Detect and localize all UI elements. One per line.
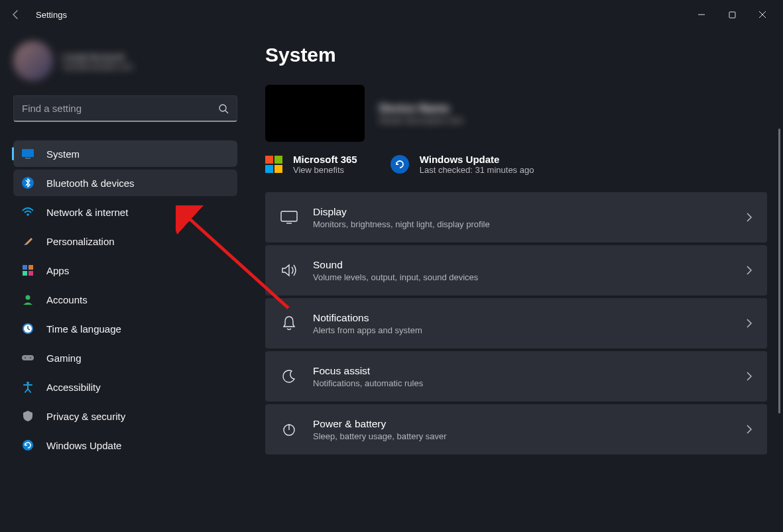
sidebar-item-accounts[interactable]: Accounts bbox=[13, 286, 237, 313]
moon-icon bbox=[280, 367, 298, 386]
svg-point-15 bbox=[30, 357, 31, 358]
paintbrush-icon bbox=[21, 235, 34, 248]
search-box[interactable] bbox=[13, 95, 237, 122]
apps-icon bbox=[21, 264, 34, 277]
card-title: Display bbox=[313, 206, 490, 218]
sidebar-item-bluetooth[interactable]: Bluetooth & devices bbox=[13, 170, 237, 196]
svg-rect-9 bbox=[29, 271, 33, 276]
svg-rect-7 bbox=[29, 265, 33, 270]
sidebar-item-personalization[interactable]: Personalization bbox=[13, 228, 237, 254]
windows-update-link[interactable]: Windows Update Last checked: 31 minutes … bbox=[391, 154, 534, 175]
svg-rect-0 bbox=[729, 12, 735, 18]
shield-icon bbox=[21, 409, 34, 423]
person-icon bbox=[21, 293, 34, 306]
minimize-button[interactable] bbox=[686, 5, 717, 25]
close-button[interactable] bbox=[747, 5, 778, 25]
card-title: Sound bbox=[313, 259, 478, 271]
sidebar-item-label: Accounts bbox=[46, 294, 88, 305]
svg-rect-3 bbox=[25, 158, 30, 159]
microsoft-logo-icon bbox=[265, 156, 282, 173]
svg-point-14 bbox=[25, 357, 26, 358]
scrollbar[interactable] bbox=[778, 129, 780, 413]
sidebar-item-time[interactable]: Time & language bbox=[13, 315, 237, 342]
svg-rect-8 bbox=[23, 271, 27, 276]
sidebar-item-label: Privacy & security bbox=[46, 411, 125, 422]
display-icon bbox=[280, 208, 298, 227]
sidebar-item-system[interactable]: System bbox=[13, 140, 237, 167]
profile-block[interactable]: Local Account user@example.com bbox=[13, 41, 237, 81]
page-title: System bbox=[265, 44, 767, 66]
sidebar-item-gaming[interactable]: Gaming bbox=[13, 345, 237, 371]
sidebar-item-apps[interactable]: Apps bbox=[13, 257, 237, 284]
sidebar-item-windows-update[interactable]: Windows Update bbox=[13, 432, 237, 458]
card-desc: Alerts from apps and system bbox=[313, 325, 422, 335]
accessibility-icon bbox=[21, 380, 34, 394]
power-icon bbox=[280, 420, 298, 439]
titlebar: Settings bbox=[0, 0, 783, 29]
svg-rect-2 bbox=[22, 149, 34, 157]
chevron-right-icon bbox=[746, 212, 753, 223]
back-button[interactable] bbox=[5, 4, 27, 25]
sidebar-item-label: Time & language bbox=[46, 323, 121, 335]
sidebar-item-label: System bbox=[46, 148, 80, 160]
sidebar-item-label: Apps bbox=[46, 265, 69, 276]
wifi-icon bbox=[21, 205, 34, 219]
sidebar-item-label: Accessibility bbox=[46, 382, 101, 393]
svg-rect-13 bbox=[22, 355, 34, 360]
bell-icon bbox=[280, 314, 298, 333]
system-icon bbox=[21, 147, 34, 160]
profile-name: Local Account bbox=[62, 51, 133, 62]
chevron-right-icon bbox=[746, 371, 753, 382]
card-focus-assist[interactable]: Focus assistNotifications, automatic rul… bbox=[265, 351, 767, 401]
clock-icon bbox=[21, 322, 34, 335]
sidebar-item-label: Bluetooth & devices bbox=[46, 178, 135, 189]
sound-icon bbox=[280, 261, 298, 280]
device-info: Device Name Model description text bbox=[379, 102, 463, 125]
chevron-right-icon bbox=[746, 265, 753, 276]
avatar bbox=[13, 41, 53, 81]
card-title: Notifications bbox=[313, 312, 422, 324]
wu-subtitle: Last checked: 31 minutes ago bbox=[420, 165, 534, 175]
card-desc: Monitors, brightness, night light, displ… bbox=[313, 219, 490, 229]
sidebar: Local Account user@example.com System Bl… bbox=[0, 29, 245, 532]
maximize-button[interactable] bbox=[717, 5, 747, 25]
wu-title: Windows Update bbox=[420, 154, 534, 165]
svg-point-16 bbox=[27, 382, 29, 384]
svg-point-5 bbox=[27, 213, 29, 216]
sidebar-item-privacy[interactable]: Privacy & security bbox=[13, 403, 237, 429]
svg-rect-6 bbox=[23, 265, 27, 270]
svg-point-10 bbox=[26, 295, 30, 300]
search-icon bbox=[218, 103, 229, 114]
card-display[interactable]: DisplayMonitors, brightness, night light… bbox=[265, 192, 767, 242]
ms365-subtitle: View benefits bbox=[293, 165, 357, 175]
card-title: Focus assist bbox=[313, 365, 423, 377]
search-input[interactable] bbox=[22, 103, 218, 114]
card-power[interactable]: Power & batterySleep, battery usage, bat… bbox=[265, 404, 767, 454]
gaming-icon bbox=[21, 351, 34, 364]
device-image bbox=[265, 85, 365, 142]
svg-rect-18 bbox=[281, 211, 297, 221]
card-desc: Volume levels, output, input, sound devi… bbox=[313, 272, 478, 282]
windows-update-icon bbox=[391, 155, 409, 174]
profile-email: user@example.com bbox=[62, 62, 133, 72]
update-icon bbox=[21, 439, 34, 452]
window-title: Settings bbox=[36, 10, 67, 20]
card-desc: Notifications, automatic rules bbox=[313, 378, 423, 388]
card-desc: Sleep, battery usage, battery saver bbox=[313, 431, 447, 441]
sidebar-item-network[interactable]: Network & internet bbox=[13, 199, 237, 225]
main-panel: System Device Name Model description tex… bbox=[245, 29, 783, 532]
sidebar-item-accessibility[interactable]: Accessibility bbox=[13, 374, 237, 400]
svg-point-1 bbox=[219, 105, 226, 111]
microsoft365-link[interactable]: Microsoft 365 View benefits bbox=[265, 154, 357, 175]
svg-point-17 bbox=[23, 440, 33, 451]
sidebar-item-label: Windows Update bbox=[46, 440, 121, 451]
sidebar-item-label: Gaming bbox=[46, 352, 82, 364]
ms365-title: Microsoft 365 bbox=[293, 154, 357, 165]
card-notifications[interactable]: NotificationsAlerts from apps and system bbox=[265, 298, 767, 348]
chevron-right-icon bbox=[746, 318, 753, 329]
chevron-right-icon bbox=[746, 424, 753, 435]
bluetooth-icon bbox=[21, 176, 34, 189]
sidebar-item-label: Personalization bbox=[46, 236, 115, 247]
card-sound[interactable]: SoundVolume levels, output, input, sound… bbox=[265, 245, 767, 295]
card-title: Power & battery bbox=[313, 418, 447, 430]
